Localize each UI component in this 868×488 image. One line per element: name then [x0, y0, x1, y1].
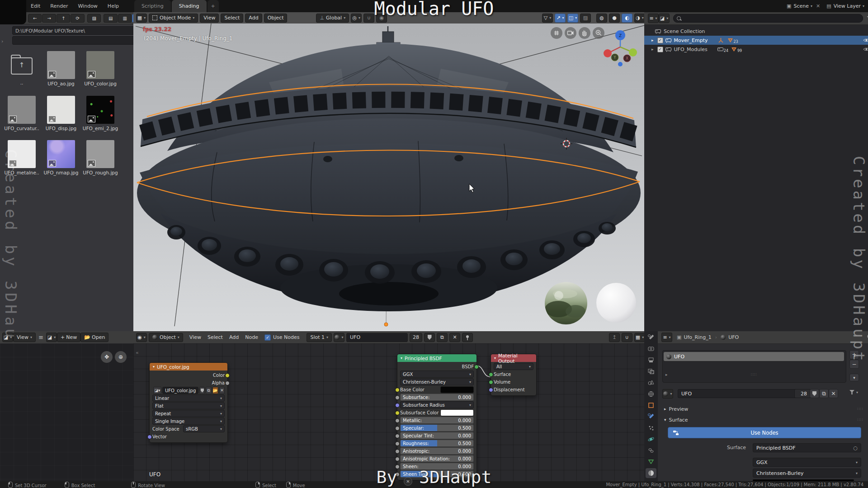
panel-grip[interactable]: ∷∷: [858, 418, 863, 422]
file-item[interactable]: UFO_metalne..: [3, 140, 41, 175]
node-menu-node[interactable]: Node: [245, 334, 258, 340]
outliner-row-mover-empty[interactable]: ▸ ✓ Mover_Empty 23: [644, 36, 868, 45]
shading-solid-button[interactable]: ●: [609, 14, 620, 23]
region-toggle-chevron-icon[interactable]: ›: [1, 38, 3, 44]
hide-eye-icon[interactable]: [863, 38, 868, 42]
menu-help[interactable]: Help: [105, 2, 122, 10]
material-name-field[interactable]: UFO: [346, 333, 408, 342]
socket-value[interactable]: [395, 457, 400, 461]
tab-scripting[interactable]: Scripting: [134, 0, 171, 12]
close-icon[interactable]: ✕: [219, 387, 225, 394]
view-layer-selector[interactable]: View Layer: [834, 3, 861, 9]
outliner-search-input[interactable]: [673, 14, 863, 23]
principled-bsdf-node[interactable]: ▾ Principled BSDF BSDF GGX▾ Christensen-…: [397, 354, 477, 480]
input-volume[interactable]: Volume: [494, 379, 533, 385]
output-alpha[interactable]: Alpha: [152, 380, 225, 386]
param-row[interactable]: Anisotropic Rotation:0.000: [400, 455, 474, 462]
file-item-parent[interactable]: ↑ ..: [3, 51, 41, 85]
fake-user-shield-icon[interactable]: [199, 387, 205, 394]
add-slot-button[interactable]: +: [849, 350, 859, 359]
new-tab-button[interactable]: +: [208, 0, 219, 12]
slot-selector[interactable]: Slot 1▾: [307, 333, 332, 342]
filename-input[interactable]: [12, 36, 133, 45]
browse-material-icon[interactable]: ▾: [334, 333, 344, 342]
color-space-dropdown[interactable]: sRGB▾: [183, 425, 225, 432]
file-item[interactable]: UFO_disp.jpg: [42, 96, 80, 131]
editor-type-icon[interactable]: ▦▾: [136, 14, 147, 23]
pan-hand-icon[interactable]: ✥: [101, 351, 113, 363]
proportional-edit-icon[interactable]: ◉: [376, 14, 387, 23]
editor-type-icon[interactable]: ◪▾: [2, 333, 13, 342]
param-row[interactable]: Metallic:0.000: [400, 417, 474, 423]
node-header[interactable]: ▾ UFO_color.jpg: [150, 363, 227, 371]
socket-value[interactable]: [395, 465, 400, 469]
base-color-swatch[interactable]: [440, 386, 474, 393]
socket-vector[interactable]: [147, 435, 152, 439]
surface-shader-field[interactable]: Principled BSDF ○: [753, 443, 861, 452]
outliner-filter-mode[interactable]: ◪▾: [659, 14, 670, 23]
input-vector[interactable]: Vector: [152, 433, 225, 440]
file-item[interactable]: UFO_ao.jpg: [42, 51, 80, 86]
snap-icon[interactable]: ∪: [622, 333, 632, 342]
interpolation-dropdown[interactable]: Linear▾: [152, 394, 225, 402]
image-datablock-row[interactable]: ◪▾ UFO_color.jpg ⧉ 📂 ✕: [152, 387, 225, 394]
overlays-toggle[interactable]: ◫▾: [567, 14, 578, 23]
socket-value[interactable]: [395, 434, 400, 438]
remove-slot-button[interactable]: −: [849, 360, 859, 369]
create-directory-button[interactable]: ▨: [87, 14, 101, 23]
viewport-canvas[interactable]: Z Y X fps 23.22 (204) Mover_Empty | Ufo_…: [133, 23, 644, 332]
material-slot-item[interactable]: UFO: [664, 352, 844, 361]
collapse-icon[interactable]: ▾: [401, 356, 402, 360]
distribution-dropdown[interactable]: GGX ▾: [753, 458, 861, 467]
socket-displacement[interactable]: [489, 388, 493, 392]
open-image-button[interactable]: 📂Open: [80, 333, 108, 342]
param-row[interactable]: Subsurface:0.000: [400, 394, 474, 400]
menu-window[interactable]: Window: [75, 2, 100, 10]
file-item[interactable]: UFO_rough.jpg: [81, 140, 119, 175]
copy-material-icon[interactable]: ⧉: [819, 389, 829, 398]
unlink-material-icon[interactable]: ✕: [449, 333, 460, 342]
shading-rendered-button[interactable]: ◑▾: [634, 14, 644, 23]
image-editor-canvas[interactable]: ✥ ⊕: [0, 343, 133, 481]
subsurface-method-dropdown[interactable]: Christensen-Burley ▾: [753, 469, 861, 478]
socket-color[interactable]: [225, 373, 230, 378]
material-name-field[interactable]: UFO: [678, 389, 799, 398]
file-item[interactable]: UFO_curvatur..: [3, 96, 41, 131]
socket-value[interactable]: [395, 441, 400, 446]
file-item[interactable]: UFO_emi_2.jpg: [81, 96, 119, 131]
back-button[interactable]: ←: [28, 14, 42, 23]
new-image-button[interactable]: + New: [57, 333, 80, 342]
input-surface[interactable]: Surface: [494, 371, 533, 377]
material-output-node[interactable]: ▾ Material Output All▾ Surface Volume Di…: [491, 354, 537, 396]
show-filter-dropdown[interactable]: ▽▾: [542, 14, 553, 23]
gizmos-toggle[interactable]: ↗▾: [555, 14, 566, 23]
param-row[interactable]: Subsurface Radius▾: [400, 402, 474, 408]
breadcrumb-material[interactable]: UFO: [728, 334, 739, 340]
socket-value[interactable]: [395, 418, 400, 423]
properties-tabs-icons[interactable]: [644, 331, 658, 481]
node-header[interactable]: ▾ Material Output: [491, 354, 536, 362]
tab-shading[interactable]: Shading: [172, 0, 207, 12]
outliner-row-scene-collection[interactable]: Scene Collection: [644, 27, 868, 36]
menu-edit[interactable]: Edit: [28, 2, 43, 10]
param-row[interactable]: Sheen Tint:0.500: [400, 471, 474, 477]
shading-material-button[interactable]: ◐: [622, 14, 632, 23]
file-item[interactable]: UFO_nmap.jpg: [42, 140, 80, 175]
browse-image-icon[interactable]: ◪▾: [153, 387, 161, 394]
image-texture-node[interactable]: ▾ UFO_color.jpg Color Alpha ◪▾ UFO_color…: [149, 362, 228, 443]
transform-orientation-selector[interactable]: ⊥ Global▾: [316, 14, 349, 23]
source-dropdown[interactable]: Single Image▾: [152, 418, 225, 425]
scene-close-icon[interactable]: ✕: [816, 3, 820, 9]
path-input[interactable]: D:\UFO\Modular UFO\Texture\: [12, 26, 133, 35]
outliner-display-mode[interactable]: ≡▾: [648, 14, 659, 23]
material-filter-dropdown[interactable]: ▾: [849, 390, 858, 394]
socket-value[interactable]: [395, 449, 400, 454]
node-menu-select[interactable]: Select: [208, 334, 223, 340]
param-row[interactable]: Roughness:0.500: [400, 440, 474, 446]
hide-eye-icon[interactable]: [863, 47, 868, 52]
detail-view-button[interactable]: ▥: [118, 14, 132, 23]
collection-checkbox[interactable]: ✓: [657, 38, 663, 43]
slot-specials-dropdown[interactable]: ▾: [849, 374, 859, 381]
socket-vector[interactable]: [395, 403, 400, 408]
socket-value[interactable]: [395, 426, 400, 431]
